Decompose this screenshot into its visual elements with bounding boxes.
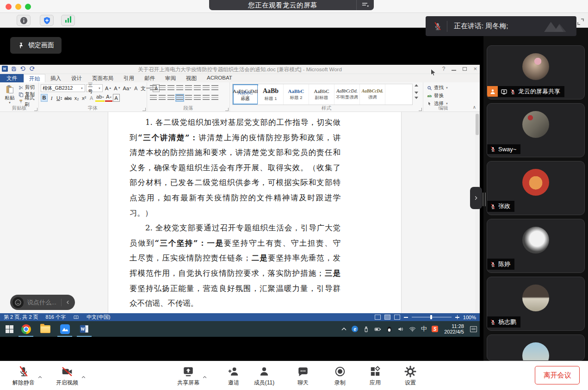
settings-button[interactable]: 设置 xyxy=(394,365,427,387)
distributed-icon[interactable] xyxy=(185,95,192,101)
font-button-r2-8[interactable]: A▾ xyxy=(105,94,112,102)
font-button-r2-5[interactable]: x² xyxy=(80,94,87,102)
font-button-r2-6[interactable]: A xyxy=(88,94,95,102)
tray-ime-icon[interactable]: 中 xyxy=(420,325,427,333)
redo-icon[interactable] xyxy=(29,66,35,72)
word-tab-开始[interactable]: 开始 xyxy=(24,74,45,82)
language-indicator[interactable]: 中文(中国) xyxy=(87,314,110,321)
proofing-icon[interactable] xyxy=(73,315,79,320)
record-button[interactable]: 录制 xyxy=(324,365,356,387)
taskbar-explorer-icon[interactable] xyxy=(38,323,53,334)
meeting-info-button[interactable] xyxy=(17,15,31,26)
zoom-out-icon[interactable] xyxy=(404,315,408,319)
members-button[interactable]: 成员(11) xyxy=(248,365,280,387)
zoom-slider-thumb[interactable] xyxy=(430,315,432,319)
zoom-slider[interactable] xyxy=(412,315,452,320)
dialog-launcher-icon[interactable] xyxy=(34,108,37,111)
undo-icon[interactable] xyxy=(20,66,26,72)
share-screen-chevron-icon[interactable] xyxy=(202,375,207,380)
chat-input-placeholder[interactable]: 说点什么... xyxy=(27,298,57,307)
shading-icon[interactable] xyxy=(203,95,210,101)
paragraph-marks-icon[interactable] xyxy=(211,85,218,91)
unmute-chevron-icon[interactable] xyxy=(37,375,43,380)
dialog-launcher-icon[interactable] xyxy=(419,108,422,111)
tray-chevron-up-icon[interactable] xyxy=(340,325,347,333)
align-right-icon[interactable] xyxy=(167,95,174,101)
style-item-正文[interactable]: AaBbCcDdI正文 xyxy=(233,84,258,105)
word-tab-设计[interactable]: 设计 xyxy=(66,74,87,82)
word-tab-插入[interactable]: 插入 xyxy=(45,74,66,82)
word-tab-引用[interactable]: 引用 xyxy=(118,74,139,82)
sort-icon[interactable] xyxy=(203,85,210,91)
word-document-area[interactable]: 1. 各二级党组织加强对基层党支部的工作指导，切实做到“三个讲清楚”：讲清楚上海… xyxy=(0,112,480,313)
panel-toggle-button[interactable] xyxy=(470,187,482,209)
participant-tile-杨志鹏[interactable]: 杨志鹏 xyxy=(487,277,585,331)
collapse-chat-icon[interactable] xyxy=(65,300,70,305)
multilevel-list-icon[interactable] xyxy=(167,85,174,91)
word-tab-视图[interactable]: 视图 xyxy=(181,74,202,82)
tray-volume-icon[interactable] xyxy=(397,325,404,333)
taskbar-start-icon[interactable] xyxy=(2,323,17,334)
font-family-select[interactable]: 楷体_GB2312▼ xyxy=(41,84,85,92)
font-button-r2-2[interactable]: U▾ xyxy=(56,94,63,102)
macos-zoom-button[interactable] xyxy=(25,4,31,10)
save-icon[interactable] xyxy=(11,66,17,72)
style-item-强调[interactable]: AaBbCcDd.强调 xyxy=(360,84,385,105)
asian-distribute-icon[interactable] xyxy=(194,85,201,91)
emoji-button[interactable] xyxy=(12,297,24,308)
participant-tile-Sway~[interactable]: Sway~ xyxy=(487,103,585,157)
tray-antivirus-icon[interactable]: e xyxy=(352,326,358,332)
quick-chat-bubble[interactable]: 说点什么... xyxy=(10,295,75,310)
start-video-chevron-icon[interactable] xyxy=(81,375,86,380)
chat-button[interactable]: 聊天 xyxy=(287,365,319,387)
page-indicator[interactable]: 第 2 页, 共 2 页 xyxy=(4,314,38,321)
find-button[interactable]: 查找▼ xyxy=(427,85,448,91)
panel-resize-handle[interactable] xyxy=(483,192,486,206)
word-count[interactable]: 816 个字 xyxy=(46,314,66,321)
word-minimize-icon[interactable] xyxy=(452,70,456,71)
bullets-icon[interactable] xyxy=(150,85,157,91)
font-button-r2-4[interactable]: x₂ xyxy=(73,94,80,102)
tray-notes-icon[interactable] xyxy=(470,326,477,332)
tray-usb-icon[interactable] xyxy=(362,325,370,333)
cut-button[interactable]: 剪切 xyxy=(19,84,38,91)
invite-button[interactable]: 邀请 xyxy=(217,365,250,387)
tray-sogou-icon[interactable]: S xyxy=(432,326,438,332)
share-screen-button[interactable]: 共享屏幕 xyxy=(172,365,204,387)
align-left-icon[interactable] xyxy=(150,95,157,101)
font-button-r1-2[interactable]: Aa▾ xyxy=(122,84,132,92)
tray-qq-icon[interactable] xyxy=(385,325,393,333)
decrease-indent-icon[interactable] xyxy=(176,85,183,91)
participant-tile-张政[interactable]: 张政 xyxy=(487,161,585,215)
tray-wifi-icon[interactable] xyxy=(409,325,416,333)
print-layout-icon[interactable] xyxy=(384,315,390,320)
borders-icon[interactable] xyxy=(211,95,218,101)
word-restore-icon[interactable] xyxy=(463,67,467,71)
styles-scroll-up-icon[interactable] xyxy=(415,84,418,87)
apps-button[interactable]: 应用 xyxy=(359,365,391,387)
font-button-r1-1[interactable]: A▼ xyxy=(113,84,121,92)
tray-battery-icon[interactable] xyxy=(374,325,381,333)
web-layout-icon[interactable] xyxy=(394,315,400,320)
style-item-不明显强调[interactable]: AaBbCcDd.不明显强调 xyxy=(334,84,360,105)
styles-more-icon[interactable] xyxy=(415,99,418,105)
font-button-r2-0[interactable]: B xyxy=(41,94,48,102)
taskbar-meeting-icon[interactable] xyxy=(57,323,72,334)
word-tab-页面布局[interactable]: 页面布局 xyxy=(87,74,118,82)
banner-menu-icon[interactable] xyxy=(356,0,374,10)
format-painter-button[interactable]: 格式刷 xyxy=(19,98,38,105)
word-close-icon[interactable]: × xyxy=(473,67,477,71)
unmute-button[interactable]: 解除静音 xyxy=(7,365,40,387)
font-button-r2-3[interactable]: abc xyxy=(63,94,73,102)
word-tab-ACROBAT[interactable]: ACROBAT xyxy=(202,74,237,82)
macos-close-button[interactable] xyxy=(6,4,12,10)
scrollbar-thumb[interactable] xyxy=(476,114,479,135)
style-item-标题 1[interactable]: AaBb标题 1 xyxy=(258,84,284,105)
font-size-select[interactable]: 三号▼ xyxy=(86,84,103,92)
leave-meeting-button[interactable]: 离开会议 xyxy=(535,366,580,384)
network-stats-button[interactable] xyxy=(61,15,75,26)
word-help-icon[interactable]: ? xyxy=(442,66,446,72)
participant-tile-陈婷[interactable]: 陈婷 xyxy=(487,219,585,273)
taskbar-chrome-icon[interactable] xyxy=(19,323,33,334)
start-video-button[interactable]: 开启视频 xyxy=(51,365,83,387)
